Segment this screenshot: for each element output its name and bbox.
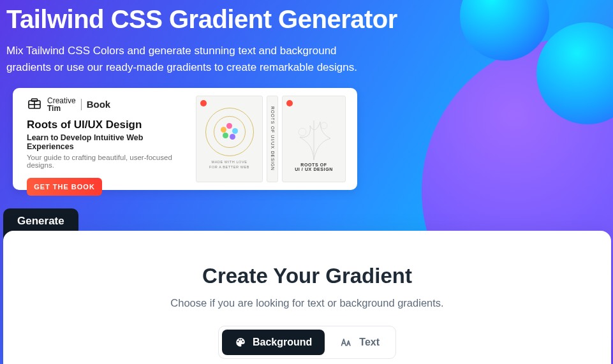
promo-book-images: MADE WITH LOVEFOR A BETTER WEB ROOTS OF … xyxy=(186,97,346,181)
gradient-card: Create Your Gradient Choose if you are l… xyxy=(3,231,611,364)
tree-illustration-icon xyxy=(288,106,339,161)
svg-point-5 xyxy=(321,122,327,129)
page-subtitle: Mix Tailwind CSS Colors and generate stu… xyxy=(6,43,364,76)
book-cover-back: ROOTS OF UI / UX DESIGN xyxy=(282,96,346,182)
page-title: Tailwind CSS Gradient Generator xyxy=(6,5,607,34)
text-option-button[interactable]: Text xyxy=(327,330,392,355)
get-the-book-button[interactable]: GET THE BOOK xyxy=(27,178,102,196)
promo-brand-book: Book xyxy=(87,99,111,110)
book-cover-front: MADE WITH LOVEFOR A BETTER WEB xyxy=(196,96,263,182)
separator xyxy=(81,99,82,110)
promo-brand-name: CreativeTim xyxy=(47,97,76,112)
background-option-button[interactable]: Background xyxy=(222,330,325,355)
card-heading: Create Your Gradient xyxy=(3,264,611,288)
background-option-label: Background xyxy=(253,337,312,348)
promo-subtitle: Learn to Develop Intuitive Web Experienc… xyxy=(27,133,186,151)
card-description: Choose if you are looking for text or ba… xyxy=(3,297,611,309)
text-option-label: Text xyxy=(359,337,380,348)
palette-icon xyxy=(235,337,246,348)
svg-point-4 xyxy=(299,128,306,136)
promo-brand-row: CreativeTim Book xyxy=(27,97,186,112)
book-spine: ROOTS OF UI/UX DESIGN xyxy=(267,96,278,182)
promo-description: Your guide to crafting beautiful, user-f… xyxy=(27,154,186,169)
promo-title: Roots of UI/UX Design xyxy=(27,119,186,131)
promo-card[interactable]: CreativeTim Book Roots of UI/UX Design L… xyxy=(13,88,357,190)
text-size-icon xyxy=(340,337,353,347)
gradient-type-toggle: Background Text xyxy=(218,326,396,359)
creative-tim-logo-icon xyxy=(27,97,42,112)
